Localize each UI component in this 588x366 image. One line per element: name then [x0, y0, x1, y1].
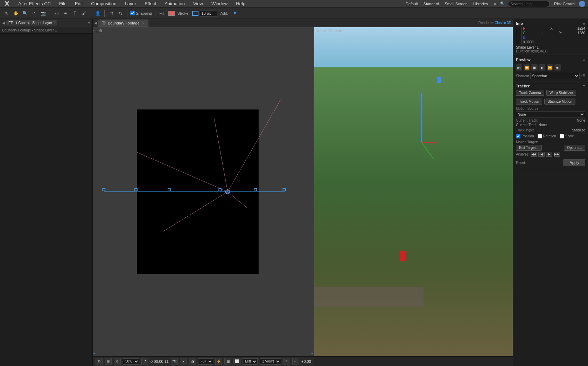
reset-btn[interactable]: Reset: [516, 161, 525, 165]
stroke-width-input[interactable]: [200, 10, 217, 16]
tracker-menu-icon[interactable]: ≡: [583, 84, 585, 88]
rotation-checkbox-label[interactable]: Rotation: [538, 134, 556, 138]
motionblur-btn[interactable]: ◑: [189, 358, 196, 365]
scale-checkbox[interactable]: [560, 134, 564, 138]
workspace-expand[interactable]: »: [492, 1, 497, 6]
tool-puppet[interactable]: 👤: [94, 9, 102, 17]
preview-first-btn[interactable]: ⏮: [516, 64, 522, 71]
viewer-right-canvas[interactable]: Active Camera: [314, 27, 513, 356]
menu-effect[interactable]: Effect: [143, 1, 158, 6]
tool-type[interactable]: T: [71, 9, 79, 17]
comp-tab-boundary-footage[interactable]: 🎬 Boundary Footage ×: [98, 20, 148, 27]
menu-after-effects[interactable]: After Effects CC: [17, 1, 52, 6]
rotation-checkbox[interactable]: [538, 134, 542, 138]
handle-right[interactable]: [283, 188, 285, 191]
info-section: Info ≡ R: X: 1224 G: + Y: 1280: [513, 19, 588, 55]
preview-play-btn[interactable]: ▶: [539, 64, 545, 71]
workspace-default[interactable]: Default: [404, 2, 419, 6]
workspace-small-screen[interactable]: Small Screen: [443, 2, 469, 6]
stabilize-motion-btn[interactable]: Stabilize Motion: [544, 99, 575, 105]
tool-distribute[interactable]: ⇆: [117, 9, 124, 17]
track-motion-btn[interactable]: Track Motion: [516, 99, 542, 105]
views-select[interactable]: 2 Views: [260, 358, 281, 365]
tool-hand[interactable]: ✋: [12, 9, 20, 17]
menu-file[interactable]: File: [58, 1, 68, 6]
tool-rotate[interactable]: ↺: [30, 9, 38, 17]
tab-effect-controls[interactable]: Effect Controls Shape Layer 1: [6, 20, 57, 26]
menu-composition[interactable]: Composition: [90, 1, 118, 6]
channels-btn[interactable]: ●: [180, 358, 187, 365]
tracker-buttons-row-2: Track Motion Stabilize Motion: [516, 98, 585, 105]
apple-menu[interactable]: ⌘: [3, 0, 11, 7]
preview-stop-btn[interactable]: ⏹: [531, 64, 538, 71]
apply-btn[interactable]: Apply: [564, 159, 585, 166]
analyze-back-btn[interactable]: ◀: [538, 152, 545, 157]
menu-layer[interactable]: Layer: [124, 1, 138, 6]
track-camera-btn[interactable]: Track Camera: [516, 90, 544, 96]
blue-marker-1: [437, 77, 441, 83]
fill-color[interactable]: [168, 11, 175, 16]
viewer-alpha-btn[interactable]: α: [114, 358, 121, 365]
view-select[interactable]: Left: [243, 358, 258, 365]
menu-view[interactable]: View: [192, 1, 204, 6]
motion-source-select[interactable]: None: [516, 111, 585, 117]
analyze-back-full-btn[interactable]: ◀◀: [531, 152, 537, 157]
snapping-checkbox[interactable]: [130, 11, 135, 15]
options-btn[interactable]: Options...: [564, 145, 585, 151]
stroke-color[interactable]: [192, 11, 198, 16]
renderer-value[interactable]: Classic 3D: [495, 21, 511, 25]
viewer-more-btn[interactable]: ⋯: [292, 358, 299, 365]
tracker-section-title[interactable]: Tracker ≡: [516, 83, 585, 89]
snapshot-btn[interactable]: 📷: [171, 358, 178, 365]
analyze-fwd-btn[interactable]: ▶: [546, 152, 552, 157]
tool-camera[interactable]: 📷: [39, 9, 47, 17]
position-checkbox[interactable]: [516, 134, 520, 138]
tool-brush[interactable]: 🖌: [80, 9, 88, 17]
shortcut-select[interactable]: Spacebar: [530, 73, 580, 79]
preview-prev-btn[interactable]: ⏪: [524, 64, 530, 71]
viewer-grid-btn[interactable]: ⊞: [105, 358, 112, 365]
tool-align[interactable]: ⇉: [107, 9, 115, 17]
transparency-btn[interactable]: ⬜: [233, 358, 240, 365]
info-section-title[interactable]: Info ≡: [516, 20, 585, 27]
position-checkbox-label[interactable]: Position: [516, 134, 534, 138]
menu-window[interactable]: Window: [210, 1, 229, 6]
preview-section-title[interactable]: Preview ≡: [516, 57, 585, 63]
preview-last-btn[interactable]: ⏭: [554, 64, 561, 71]
menu-animation[interactable]: Animation: [163, 1, 186, 6]
sep5: [155, 10, 155, 17]
viewer-left-canvas[interactable]: Left: [93, 27, 314, 356]
edit-target-btn[interactable]: Edit Target...: [516, 145, 542, 151]
handle-left[interactable]: [103, 188, 105, 191]
workspace-libraries[interactable]: Libraries: [472, 2, 489, 6]
menu-help[interactable]: Help: [234, 1, 247, 6]
warp-stabilizer-btn[interactable]: Warp Stabilizer: [546, 90, 576, 96]
tool-select[interactable]: ↖: [3, 9, 10, 17]
quality-select[interactable]: Full: [198, 358, 213, 365]
scale-checkbox-label[interactable]: Scale: [560, 134, 574, 138]
info-menu-icon[interactable]: ≡: [583, 21, 585, 26]
viewer-options-btn[interactable]: ≡: [283, 358, 290, 365]
workspace-standard[interactable]: Standard: [422, 2, 441, 6]
user-avatar[interactable]: [579, 1, 585, 7]
search-help-input[interactable]: [508, 1, 550, 7]
menu-edit[interactable]: Edit: [74, 1, 84, 6]
region-btn[interactable]: ▦: [224, 358, 231, 365]
tool-pen[interactable]: ✒: [62, 9, 70, 17]
reset-view-btn[interactable]: ↺: [141, 358, 148, 365]
tool-zoom[interactable]: 🔍: [21, 9, 29, 17]
viewers: Left: [93, 27, 513, 366]
handle-1[interactable]: [135, 188, 137, 191]
add-btn[interactable]: ▼: [231, 9, 239, 17]
viewer-settings-btn[interactable]: ⚙: [96, 358, 103, 365]
shortcut-reset-btn[interactable]: ↺: [581, 73, 585, 79]
fast-preview-btn[interactable]: ⚡: [215, 358, 222, 365]
zoom-select[interactable]: 50%: [123, 358, 139, 365]
tool-rect[interactable]: ▭: [53, 9, 61, 17]
axis-z: [421, 142, 433, 159]
preview-menu-icon[interactable]: ≡: [583, 58, 585, 62]
analyze-fwd-full-btn[interactable]: ▶▶: [554, 152, 560, 157]
color-values: R: X: 1224 G: + Y: 1280 B: 0.0000: [523, 27, 585, 44]
comp-tab-close[interactable]: ×: [142, 21, 145, 25]
preview-next-btn[interactable]: ⏩: [547, 64, 553, 71]
